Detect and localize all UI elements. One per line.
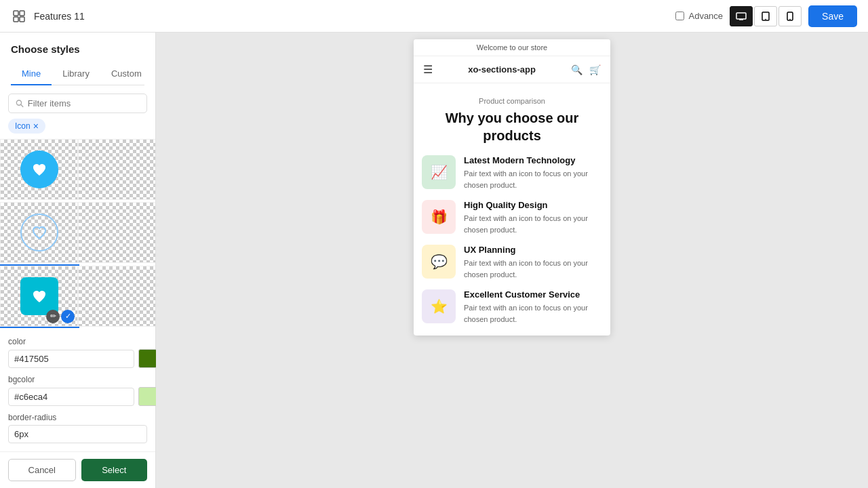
svg-point-9 xyxy=(789,18,791,20)
action-icons: ✏ ✓ xyxy=(46,310,75,323)
svg-rect-3 xyxy=(20,17,24,22)
style-grid: ✏ ✓ xyxy=(0,139,155,329)
nav-menu-icon[interactable]: ☰ xyxy=(423,63,433,76)
feature-name-0: Latest Modern Technology xyxy=(464,155,602,165)
bgcolor-swatch[interactable] xyxy=(138,387,157,406)
section-subtitle: Product comparison xyxy=(425,97,599,105)
bgcolor-label: bgcolor xyxy=(8,375,147,384)
store-nav: ☰ xo-sections-app 🔍 🛒 xyxy=(414,56,610,83)
tablet-btn[interactable] xyxy=(754,6,777,26)
search-input[interactable] xyxy=(28,98,140,108)
svg-rect-0 xyxy=(14,11,18,16)
main-layout: Choose styles Mine Library Custom Icon × xyxy=(0,33,868,488)
filter-tag-close[interactable]: × xyxy=(33,121,39,131)
mobile-btn[interactable] xyxy=(778,6,802,26)
icon-heart-blue-filled xyxy=(20,150,58,188)
feature-icon-0: 📈 xyxy=(422,155,456,189)
advance-checkbox[interactable]: Advance xyxy=(675,11,723,21)
feature-icon-2: 💬 xyxy=(422,245,456,279)
cart-nav-icon[interactable]: 🛒 xyxy=(589,64,601,75)
feature-item-2: 💬 UX Planning Pair text with an icon to … xyxy=(422,245,602,280)
feature-icon-1: 🎁 xyxy=(422,200,456,234)
feature-desc-1: Pair text with an icon to focus on your … xyxy=(464,213,602,235)
style-cell-2[interactable] xyxy=(78,139,155,200)
section-title: Why you choose our products xyxy=(425,109,599,144)
feature-desc-2: Pair text with an icon to focus on your … xyxy=(464,258,602,280)
check-icon[interactable]: ✓ xyxy=(61,310,75,323)
feature-text-0: Latest Modern Technology Pair text with … xyxy=(464,155,602,190)
color-field-row: color xyxy=(8,337,147,368)
feature-text-1: High Quality Design Pair text with an ic… xyxy=(464,200,602,235)
svg-rect-4 xyxy=(736,13,746,19)
topbar-right: Advance Save xyxy=(675,5,857,27)
svg-point-7 xyxy=(765,18,766,20)
search-bar xyxy=(8,94,147,113)
canvas-area: Welcome to our store ☰ xo-sections-app 🔍… xyxy=(156,33,868,488)
back-icon[interactable] xyxy=(11,8,27,24)
feature-name-1: High Quality Design xyxy=(464,200,602,210)
bottom-buttons: Cancel Select xyxy=(0,451,155,488)
tab-mine[interactable]: Mine xyxy=(11,63,52,85)
icon-heart-blue-outline xyxy=(20,214,58,251)
feature-name-2: UX Planning xyxy=(464,245,602,255)
save-button[interactable]: Save xyxy=(808,5,857,27)
svg-rect-1 xyxy=(20,11,24,16)
store-logo: xo-sections-app xyxy=(468,64,536,75)
border-radius-input[interactable] xyxy=(8,425,147,443)
feature-item-1: 🎁 High Quality Design Pair text with an … xyxy=(422,200,602,235)
filter-tags: Icon × xyxy=(0,119,155,139)
search-icon xyxy=(16,99,24,108)
topbar-left: Features 11 xyxy=(11,8,85,24)
color-swatch[interactable] xyxy=(138,349,157,368)
bgcolor-input-row xyxy=(8,387,147,406)
style-cell-3[interactable] xyxy=(0,202,78,263)
feature-list: 📈 Latest Modern Technology Pair text wit… xyxy=(414,155,610,336)
style-cell-6[interactable] xyxy=(78,266,155,327)
desktop-btn[interactable] xyxy=(730,6,753,26)
advance-label: Advance xyxy=(688,11,723,21)
preview-frame: Welcome to our store ☰ xo-sections-app 🔍… xyxy=(414,39,610,336)
bgcolor-field-row: bgcolor xyxy=(8,375,147,406)
store-banner: Welcome to our store xyxy=(414,39,610,56)
topbar: Features 11 Advance Save xyxy=(0,0,868,33)
feature-icon-3: ⭐ xyxy=(422,289,456,323)
feature-desc-3: Pair text with an icon to focus on your … xyxy=(464,302,602,325)
left-panel: Choose styles Mine Library Custom Icon × xyxy=(0,33,156,488)
style-cell-4[interactable] xyxy=(78,202,155,263)
feature-text-2: UX Planning Pair text with an icon to fo… xyxy=(464,245,602,280)
device-buttons xyxy=(730,6,802,26)
edit-icon[interactable]: ✏ xyxy=(46,310,60,323)
panel-title: Choose styles xyxy=(11,43,144,55)
style-cell-1[interactable] xyxy=(0,139,78,200)
feature-name-3: Excellent Customer Service xyxy=(464,289,602,300)
style-cell-5[interactable]: ✏ ✓ xyxy=(0,266,78,327)
panel-header: Choose styles Mine Library Custom xyxy=(0,33,155,85)
cancel-button[interactable]: Cancel xyxy=(8,459,76,481)
color-label: color xyxy=(8,337,147,346)
tab-custom[interactable]: Custom xyxy=(100,63,153,85)
color-input-row xyxy=(8,349,147,368)
section-header: Product comparison Why you choose our pr… xyxy=(414,83,610,155)
search-nav-icon[interactable]: 🔍 xyxy=(571,64,583,75)
page-title: Features 11 xyxy=(34,11,85,22)
tab-library[interactable]: Library xyxy=(52,63,100,85)
nav-icons: 🔍 🛒 xyxy=(571,64,601,75)
feature-item-0: 📈 Latest Modern Technology Pair text wit… xyxy=(422,155,602,190)
border-radius-label: border-radius xyxy=(8,413,147,422)
tabs: Mine Library Custom xyxy=(11,63,144,85)
border-radius-field-row: border-radius xyxy=(8,413,147,443)
color-input[interactable] xyxy=(8,350,134,368)
select-button[interactable]: Select xyxy=(81,459,148,481)
advance-input[interactable] xyxy=(675,12,684,20)
filter-tag-icon: Icon × xyxy=(8,119,45,134)
feature-item-3: ⭐ Excellent Customer Service Pair text w… xyxy=(422,289,602,325)
svg-rect-2 xyxy=(14,17,18,22)
svg-line-11 xyxy=(21,104,23,106)
feature-desc-0: Pair text with an icon to focus on your … xyxy=(464,168,602,190)
feature-text-3: Excellent Customer Service Pair text wit… xyxy=(464,289,602,325)
bgcolor-input[interactable] xyxy=(8,388,134,406)
fields: color bgcolor border-radius xyxy=(0,329,155,451)
